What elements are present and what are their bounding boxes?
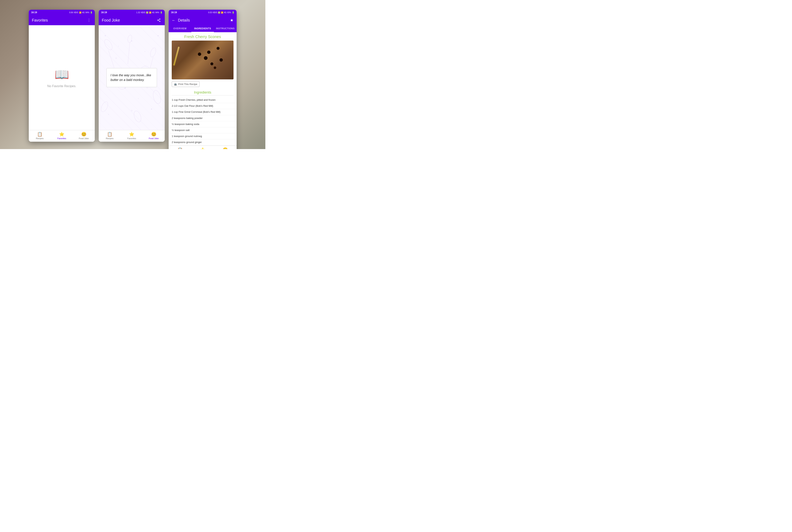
- ingredient-1: 2-1/2 cups Oat Flour (Bob's Red Mill): [169, 103, 237, 109]
- signal-icon-1: KB/S: [74, 12, 78, 14]
- foodjoke-icon-2: 😊: [151, 132, 156, 137]
- favorites-empty-state: 📖 No Favorite Recipes.: [29, 25, 95, 130]
- recipes-icon-3: 📋: [177, 147, 183, 149]
- phone-foodjoke: 16:19 1.32 KB/S 🖼️ 📶 4G 84% 🔋 Food Joke: [99, 10, 165, 142]
- print-button[interactable]: 🖨️ Print This Recipe: [172, 81, 200, 87]
- svg-line-6: [108, 51, 114, 68]
- nav-foodjoke-1[interactable]: 😊 Food Joke: [73, 132, 95, 141]
- print-icon: 🖨️: [174, 83, 177, 86]
- recipes-label-2: Recipes: [106, 137, 114, 139]
- tab-overview[interactable]: OVERVIEW: [169, 25, 191, 32]
- foodjoke-icon-3: 😊: [223, 147, 228, 149]
- nav-recipes-2[interactable]: 📋 Recipes: [99, 132, 121, 141]
- recipe-title: Fresh Cherry Scones: [169, 32, 237, 41]
- svg-point-1: [149, 47, 157, 58]
- favorites-label-1: Favorites: [57, 137, 66, 139]
- ingredient-5: ½ teaspoon salt: [169, 127, 237, 133]
- ingredient-3: 2 teaspoons baking powder: [169, 115, 237, 121]
- tab-instructions[interactable]: INSTRUCTIONS: [214, 25, 237, 32]
- data-speed-2: 1.32: [136, 12, 140, 14]
- recipes-icon-1: 📋: [37, 132, 42, 137]
- battery-icon-2: 84%: [155, 12, 159, 14]
- foodjoke-label-2: Food Joke: [149, 137, 159, 139]
- status-icons-3: 0.03 KB/S 🖼️ 📶 4G 83% 🔋: [208, 12, 234, 14]
- favorites-icon-1: ⭐: [59, 132, 64, 137]
- joke-card: I love the way you move...like butter on…: [107, 68, 157, 87]
- app-bar-foodjoke: Food Joke: [99, 15, 165, 25]
- menu-icon-favorites[interactable]: ⋮: [86, 17, 92, 23]
- share-svg: [157, 18, 161, 22]
- app-title-details: Details: [178, 18, 228, 22]
- phones-container: 16:19 0.06 KB/S 📶 4G 84% 🔋 Favorites ⋮ 📖…: [10, 10, 256, 145]
- svg-point-4: [127, 35, 132, 43]
- nav-recipes-3[interactable]: 📋 Recipes: [169, 147, 191, 149]
- status-bar-1: 16:19 0.06 KB/S 📶 4G 84% 🔋: [29, 10, 95, 15]
- nav-foodjoke-2[interactable]: 😊 Food Joke: [143, 132, 165, 141]
- empty-message: No Favorite Recipes.: [47, 84, 76, 88]
- phone-favorites: 16:19 0.06 KB/S 📶 4G 84% 🔋 Favorites ⋮ 📖…: [29, 10, 95, 142]
- ingredient-7: 2 teaspoons ground ginger: [169, 139, 237, 145]
- nav-foodjoke-3[interactable]: 😊 Food Joke: [214, 147, 237, 149]
- wifi-icon-1: 📶: [79, 12, 81, 14]
- foodjoke-icon-1: 😊: [81, 132, 87, 137]
- favorites-icon-2: ⭐: [129, 132, 134, 137]
- app-bar-details: ← Details ★: [169, 15, 237, 25]
- time-1: 16:19: [31, 11, 37, 14]
- nav-recipes-1[interactable]: 📋 Recipes: [29, 132, 51, 141]
- app-title-foodjoke: Food Joke: [102, 18, 156, 22]
- bottom-nav-3: 📋 Recipes ⭐ Favorites 😊 Food Joke: [169, 146, 237, 149]
- wifi-icon-2: 📶: [149, 12, 151, 14]
- bottom-nav-2: 📋 Recipes ⭐ Favorites 😊 Food Joke: [99, 130, 165, 142]
- data-speed-3: 0.03: [208, 12, 212, 14]
- joke-screen: I love the way you move...like butter on…: [99, 25, 165, 130]
- battery-icon-1: 84%: [86, 12, 89, 14]
- print-label: Print This Recipe: [178, 83, 197, 86]
- battery-fill-3: 🔋: [232, 12, 234, 14]
- data-speed-1: 0.06: [69, 12, 73, 14]
- ingredient-0: 1 cup Fresh Cherries, pitted and frozen: [169, 97, 237, 103]
- network-icon-1: 4G: [82, 12, 85, 14]
- network-icon-3: 4G: [224, 12, 226, 14]
- ingredients-title: Ingredients: [172, 89, 234, 95]
- status-icons-1: 0.06 KB/S 📶 4G 84% 🔋: [69, 12, 92, 14]
- favorites-content: 📖 No Favorite Recipes.: [29, 25, 95, 130]
- status-bar-2: 16:19 1.32 KB/S 🖼️ 📶 4G 84% 🔋: [99, 10, 165, 15]
- recipes-icon-2: 📋: [107, 132, 112, 137]
- signal-icon-3: KB/S 🖼️: [213, 12, 220, 14]
- ingredient-4: ½ teaspoon baking soda: [169, 121, 237, 127]
- battery-fill-1: 🔋: [90, 12, 92, 14]
- time-2: 16:19: [101, 11, 107, 14]
- favorites-icon-3: ⭐: [200, 147, 205, 149]
- svg-point-3: [100, 101, 109, 113]
- favorite-star-button[interactable]: ★: [230, 18, 234, 22]
- wifi-icon-3: 📶: [221, 12, 223, 14]
- nav-favorites-2[interactable]: ⭐ Favorites: [121, 132, 143, 141]
- svg-point-9: [115, 58, 117, 59]
- foodjoke-label-1: Food Joke: [79, 137, 89, 139]
- ingredient-2: 1 cup Fine Grind Cornmeal (Bob's Red Mil…: [169, 109, 237, 115]
- recipes-label-1: Recipes: [36, 137, 44, 139]
- battery-fill-2: 🔋: [160, 12, 162, 14]
- bottom-nav-1: 📋 Recipes ⭐ Favorites 😊 Food Joke: [29, 130, 95, 142]
- time-3: 16:19: [171, 11, 177, 14]
- back-button[interactable]: ←: [172, 18, 176, 22]
- book-icon: 📖: [55, 68, 69, 81]
- network-icon-2: 4G: [152, 12, 154, 14]
- battery-icon-3: 83%: [227, 12, 231, 14]
- status-icons-2: 1.32 KB/S 🖼️ 📶 4G 84% 🔋: [136, 12, 162, 14]
- favorites-label-2: Favorites: [127, 137, 136, 139]
- app-bar-favorites: Favorites ⋮: [29, 15, 95, 25]
- nav-favorites-3[interactable]: ⭐ Favorites: [191, 147, 214, 149]
- nav-favorites-1[interactable]: ⭐ Favorites: [51, 132, 73, 141]
- tab-ingredients[interactable]: INGREDIENTS: [191, 25, 214, 32]
- svg-line-8: [128, 43, 130, 64]
- svg-point-0: [103, 38, 114, 51]
- recipe-image-inner: [172, 41, 234, 79]
- share-icon[interactable]: [156, 17, 162, 23]
- details-content: Fresh Cherry Scones 🖨️ Print This Recipe…: [169, 32, 237, 146]
- svg-point-5: [133, 110, 143, 123]
- status-bar-3: 16:19 0.03 KB/S 🖼️ 📶 4G 83% 🔋: [169, 10, 237, 15]
- signal-icon-2: KB/S 🖼️: [141, 12, 148, 14]
- joke-text: I love the way you move...like butter on…: [111, 73, 153, 82]
- recipe-image: [172, 41, 234, 79]
